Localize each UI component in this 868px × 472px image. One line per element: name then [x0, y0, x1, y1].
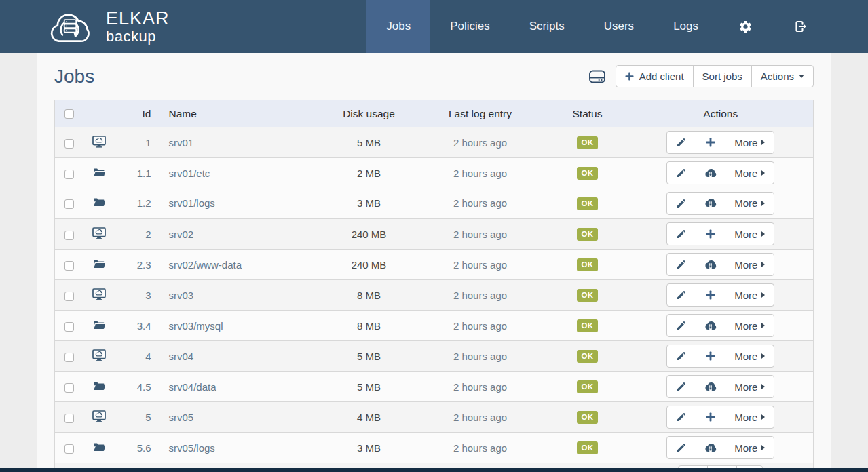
row-checkbox[interactable] — [64, 414, 74, 423]
actions-dropdown-button[interactable]: Actions — [751, 65, 814, 87]
nav-item-jobs[interactable]: Jobs — [366, 0, 430, 53]
edit-button[interactable] — [666, 253, 696, 276]
more-button[interactable]: More — [725, 436, 774, 459]
row-id: 2 — [115, 219, 151, 250]
edit-button[interactable] — [666, 161, 696, 184]
restore-button[interactable] — [696, 436, 725, 459]
nav-item-scripts[interactable]: Scripts — [510, 0, 584, 53]
row-checkbox[interactable] — [64, 199, 74, 209]
edit-button[interactable] — [666, 131, 696, 154]
row-checkbox[interactable] — [64, 139, 74, 149]
more-button[interactable]: More — [725, 131, 774, 154]
job-name-link[interactable]: srv02 — [169, 229, 194, 240]
table-row: 1.1 srv01/etc 2 MB 2 hours ago OK — [55, 158, 814, 189]
brand-logo[interactable]: ELKAR backup — [41, 0, 170, 53]
sort-jobs-button[interactable]: Sort jobs — [693, 65, 752, 87]
row-checkbox[interactable] — [64, 292, 74, 301]
row-checkbox[interactable] — [64, 383, 74, 393]
top-navbar: ELKAR backup Jobs Policies Scripts Users… — [0, 0, 868, 53]
more-label: More — [734, 137, 757, 149]
row-checkbox[interactable] — [64, 353, 74, 362]
pencil-icon — [676, 381, 687, 392]
job-name-link[interactable]: srv02/www-data — [169, 259, 242, 271]
status-badge: OK — [577, 319, 599, 332]
more-button[interactable]: More — [725, 192, 774, 215]
job-name-link[interactable]: srv03 — [169, 290, 194, 301]
table-row: 5 srv05 4 MB 2 hours ago OK — [55, 402, 814, 433]
row-last-log-entry: 2 hours ago — [414, 280, 547, 311]
edit-button[interactable] — [666, 222, 696, 245]
job-folder-icon — [93, 381, 105, 391]
job-name-link[interactable]: srv05/logs — [169, 442, 215, 454]
row-checkbox[interactable] — [64, 444, 74, 454]
restore-button[interactable] — [696, 192, 725, 215]
plus-icon — [706, 412, 715, 422]
add-client-button[interactable]: Add client — [616, 65, 694, 87]
more-button[interactable]: More — [725, 314, 774, 337]
job-name-link[interactable]: srv04 — [169, 351, 194, 362]
nav-item-users[interactable]: Users — [584, 0, 654, 53]
row-last-log-entry: 2 hours ago — [414, 372, 547, 402]
more-label: More — [734, 259, 757, 271]
job-name-link[interactable]: srv01/logs — [169, 197, 215, 209]
more-button[interactable]: More — [725, 375, 774, 398]
caret-right-icon — [761, 140, 765, 145]
caret-right-icon — [761, 414, 765, 420]
edit-button[interactable] — [666, 375, 696, 398]
add-job-button[interactable] — [696, 345, 725, 368]
client-monitor-icon — [92, 136, 106, 148]
add-job-button[interactable] — [696, 222, 725, 245]
hard-drive-icon[interactable] — [588, 68, 606, 85]
table-row: 3.4 srv03/mysql 8 MB 2 hours ago OK — [55, 311, 814, 341]
add-job-button[interactable] — [696, 283, 725, 307]
edit-button[interactable] — [666, 192, 696, 215]
row-actions: More — [666, 345, 774, 368]
more-label: More — [734, 229, 757, 240]
select-all-checkbox[interactable] — [64, 109, 74, 119]
settings-nav-button[interactable] — [718, 0, 773, 53]
more-button[interactable]: More — [725, 345, 774, 368]
table-row: 5.6 srv05/logs 3 MB 2 hours ago OK — [55, 433, 814, 463]
actions-label: Actions — [761, 71, 794, 82]
add-client-label: Add client — [639, 71, 684, 82]
table-row: 1.2 srv01/logs 3 MB 2 hours ago OK — [55, 189, 814, 219]
edit-button[interactable] — [666, 345, 696, 368]
row-checkbox[interactable] — [64, 231, 74, 240]
restore-button[interactable] — [696, 161, 725, 184]
pencil-icon — [676, 351, 687, 361]
row-disk-usage: 4 MB — [324, 402, 414, 433]
restore-button[interactable] — [696, 375, 725, 398]
more-button[interactable]: More — [725, 161, 774, 184]
row-checkbox[interactable] — [64, 170, 74, 179]
status-badge: OK — [577, 136, 599, 149]
status-badge: OK — [577, 167, 599, 180]
table-header-row: Id Name Disk usage Last log entry Status… — [55, 100, 814, 127]
more-button[interactable]: More — [725, 253, 774, 276]
restore-button[interactable] — [696, 314, 725, 337]
row-actions: More — [666, 222, 774, 245]
add-job-button[interactable] — [696, 406, 725, 429]
job-name-link[interactable]: srv01 — [169, 137, 194, 149]
more-label: More — [734, 442, 757, 454]
more-button[interactable]: More — [725, 283, 774, 307]
edit-button[interactable] — [666, 314, 696, 337]
more-button[interactable]: More — [725, 222, 774, 245]
edit-button[interactable] — [666, 283, 696, 307]
add-job-button[interactable] — [696, 131, 725, 154]
job-folder-icon — [93, 197, 105, 207]
row-checkbox[interactable] — [64, 322, 74, 332]
plus-icon — [706, 351, 715, 361]
restore-button[interactable] — [696, 253, 725, 276]
job-name-link[interactable]: srv04/data — [169, 381, 216, 393]
job-name-link[interactable]: srv03/mysql — [169, 320, 223, 332]
more-button[interactable]: More — [725, 406, 774, 429]
job-name-link[interactable]: srv05 — [169, 412, 194, 423]
logout-nav-button[interactable] — [773, 0, 829, 53]
cloud-download-icon — [704, 260, 717, 270]
row-checkbox[interactable] — [64, 261, 74, 271]
nav-item-logs[interactable]: Logs — [654, 0, 718, 53]
edit-button[interactable] — [666, 406, 696, 429]
job-name-link[interactable]: srv01/etc — [169, 168, 210, 179]
edit-button[interactable] — [666, 436, 696, 459]
nav-item-policies[interactable]: Policies — [430, 0, 510, 53]
